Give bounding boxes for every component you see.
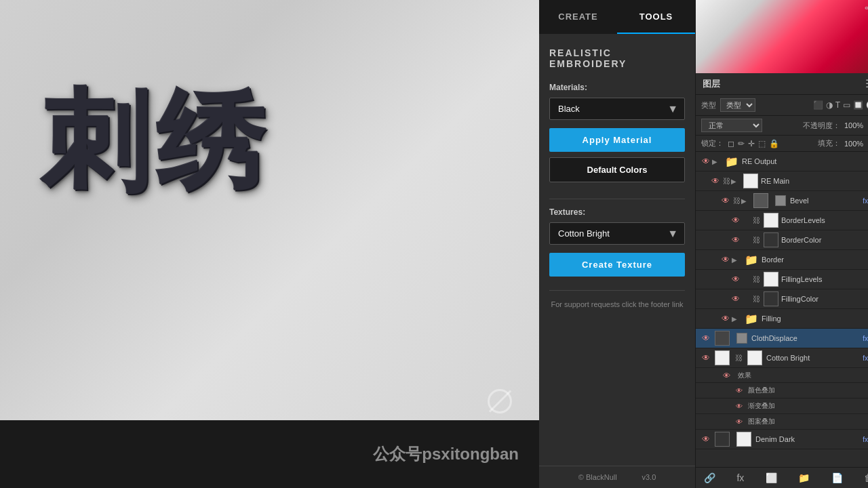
chain-re-main: ⛓ xyxy=(722,177,731,185)
effect-color-overlay[interactable]: 👁 颜色叠加 xyxy=(696,383,868,399)
vis-filling-color[interactable]: 👁 xyxy=(730,293,742,305)
canvas-image: 刺绣 xyxy=(0,0,539,420)
vis-border-folder[interactable]: 👁 xyxy=(719,253,732,266)
collapse-left-icon[interactable]: « xyxy=(865,3,868,12)
add-style-icon[interactable]: fx xyxy=(734,471,747,485)
effect-pattern-overlay[interactable]: 👁 图案叠加 xyxy=(696,414,868,430)
layer-filling-color[interactable]: 👁 ⛓ FillingColor xyxy=(696,289,868,309)
vis-re-main[interactable]: 👁 xyxy=(709,175,722,187)
no-symbol-icon xyxy=(488,389,512,413)
name-re-main: RE Main xyxy=(761,177,868,185)
vis-filling-folder[interactable]: 👁 xyxy=(719,312,732,325)
shape-filter-icon[interactable]: ▭ xyxy=(843,100,850,110)
layer-filling-levels[interactable]: 👁 ⛓ FillingLevels xyxy=(696,270,868,289)
effect-gradient-overlay[interactable]: 👁 渐变叠加 xyxy=(696,399,868,414)
create-texture-button[interactable]: Create Texture xyxy=(549,253,685,277)
lock-pixels-icon[interactable]: ✏ xyxy=(738,139,745,148)
expand-border-folder[interactable]: ▶ xyxy=(732,256,741,264)
link-cotton-bright: ⛓ xyxy=(734,354,743,362)
layer-border-folder[interactable]: 👁 ▶ 📁 Border xyxy=(696,250,868,270)
vis-border-levels[interactable]: 👁 xyxy=(730,214,742,226)
layer-cloth-displace[interactable]: 👁 ClothDisplace fx ▼ xyxy=(696,329,868,348)
new-group-icon[interactable]: 📁 xyxy=(795,471,812,485)
layer-re-output[interactable]: 👁 ▶ 📁 RE Output xyxy=(696,152,868,171)
color-preview: « ✕ xyxy=(696,0,868,73)
text-filter-icon[interactable]: T xyxy=(835,100,840,110)
pixel-filter-icon[interactable]: ⬛ xyxy=(813,100,823,110)
effects-vis-icon[interactable]: 👁 xyxy=(723,371,735,380)
link-filling-levels: ⛓ xyxy=(751,275,761,283)
label-pattern-overlay: 图案叠加 xyxy=(748,417,775,426)
vis-filling-levels[interactable]: 👁 xyxy=(730,273,742,285)
layers-header: 图层 ☰ xyxy=(696,73,868,95)
name-bevel: Bevel xyxy=(790,197,859,205)
expand-bevel[interactable]: ▶ xyxy=(741,197,751,205)
expand-filling-folder[interactable]: ▶ xyxy=(732,315,741,323)
label-color-overlay: 颜色叠加 xyxy=(748,386,775,395)
link-layers-icon[interactable]: 🔗 xyxy=(701,471,718,485)
divider-1 xyxy=(549,199,685,199)
vis-color-overlay[interactable]: 👁 xyxy=(733,384,745,396)
lock-all-icon[interactable]: 🔒 xyxy=(769,139,779,148)
vis-pattern-overlay[interactable]: 👁 xyxy=(733,415,745,428)
panel-content: REALISTIC EMBROIDERY Materials: Black Wh… xyxy=(539,34,695,466)
layer-bevel[interactable]: 👁 ⛓ ▶ Bevel fx ▼ xyxy=(696,191,868,211)
lock-artboard-icon[interactable]: ⬚ xyxy=(758,139,766,148)
texture-select[interactable]: Cotton Bright Cotton Dark Denim Silk xyxy=(549,222,685,245)
vis-border-color[interactable]: 👁 xyxy=(730,234,742,246)
layers-panel: « ✕ 图层 ☰ 类型 类型 ⬛ ◑ T ▭ 🔲 ⚪ 正常 不透明度： 100%… xyxy=(695,0,868,488)
fx-denim-dark: fx xyxy=(863,436,868,443)
apply-material-button[interactable]: Apply Material xyxy=(549,128,685,152)
panel-title: REALISTIC EMBROIDERY xyxy=(549,47,685,69)
fill-value: 100% xyxy=(844,140,863,148)
new-layer-icon[interactable]: 📄 xyxy=(829,471,846,485)
layer-border-color[interactable]: 👁 ⛓ BorderColor xyxy=(696,230,868,250)
name-cotton-bright: Cotton Bright xyxy=(766,354,859,362)
vis-cotton-bright[interactable]: 👁 xyxy=(700,352,712,364)
name-filling-folder: Filling xyxy=(762,314,868,323)
smart-filter-icon[interactable]: 🔲 xyxy=(853,100,863,110)
fx-cotton-bright: fx xyxy=(863,354,868,362)
lock-transparent-icon[interactable]: ◻ xyxy=(728,139,734,148)
expand-re-main[interactable]: ▶ xyxy=(731,178,741,185)
name-border-levels: BorderLevels xyxy=(781,216,868,224)
tab-create[interactable]: CREATE xyxy=(539,0,617,34)
vis-bevel[interactable]: 👁 xyxy=(719,195,732,207)
layer-denim-dark[interactable]: 👁 Denim Dark fx ▼ xyxy=(696,430,868,449)
vis-gradient-overlay[interactable]: 👁 xyxy=(733,400,745,412)
material-select[interactable]: Black White Red Blue Green xyxy=(549,98,685,120)
layers-menu-icon[interactable]: ☰ xyxy=(865,77,868,90)
tab-bar: CREATE TOOLS xyxy=(539,0,695,34)
name-filling-levels: FillingLevels xyxy=(781,275,868,283)
name-re-output: RE Output xyxy=(742,157,868,165)
name-filling-color: FillingColor xyxy=(781,295,868,303)
layer-border-levels[interactable]: 👁 ⛓ BorderLevels xyxy=(696,211,868,230)
layer-re-main[interactable]: 👁 ⛓ ▶ RE Main xyxy=(696,171,868,191)
delete-layer-icon[interactable]: 🗑 xyxy=(861,471,868,485)
layer-filling-folder[interactable]: 👁 ▶ 📁 Filling xyxy=(696,309,868,329)
expand-re-output[interactable]: ▶ xyxy=(712,158,722,165)
vis-cloth-displace[interactable]: 👁 xyxy=(700,332,712,344)
name-cloth-displace: ClothDisplace xyxy=(751,334,859,342)
default-colors-button[interactable]: Default Colors xyxy=(549,157,685,182)
tab-tools[interactable]: TOOLS xyxy=(617,0,695,34)
filter-label: 类型 xyxy=(701,100,716,110)
layer-cotton-bright[interactable]: 👁 ⛓ Cotton Bright fx ▼ xyxy=(696,348,868,368)
material-select-wrapper: Black White Red Blue Green ▼ xyxy=(549,98,685,120)
opacity-value: 100% xyxy=(844,121,863,129)
thumb-border-color xyxy=(764,232,778,247)
canvas-area: 刺绣 公众号psxitongban xyxy=(0,0,539,488)
thumb-border-levels xyxy=(764,213,778,228)
blend-mode-select[interactable]: 正常 xyxy=(701,119,762,132)
opacity-label: 不透明度： xyxy=(803,121,840,131)
vis-denim-dark[interactable]: 👁 xyxy=(700,433,712,445)
texture-select-wrapper: Cotton Bright Cotton Dark Denim Silk ▼ xyxy=(549,222,685,245)
lock-position-icon[interactable]: ✛ xyxy=(748,139,755,148)
filter-dropdown[interactable]: 类型 xyxy=(720,98,755,112)
canvas-bottom: 公众号psxitongban xyxy=(0,420,539,488)
vis-re-output[interactable]: 👁 xyxy=(700,155,712,167)
add-mask-icon[interactable]: ⬜ xyxy=(763,471,780,485)
adjustment-filter-icon[interactable]: ◑ xyxy=(826,100,833,110)
materials-label: Materials: xyxy=(549,83,685,92)
link-border-color: ⛓ xyxy=(751,236,761,244)
